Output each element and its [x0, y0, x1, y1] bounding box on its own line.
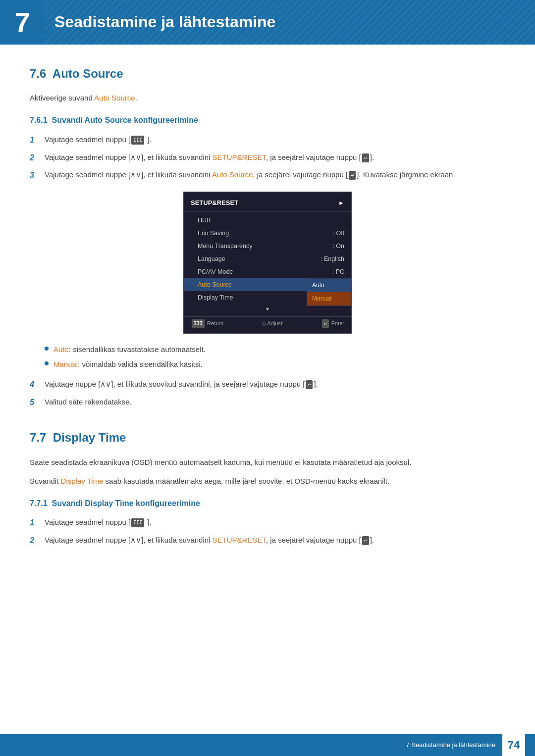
subsection-771-title: 7.7.1 Suvandi Display Time konfigureerim… [30, 497, 505, 510]
osd-row-language: Language : English [184, 252, 351, 265]
bullet-auto: Auto: sisendallikas tuvastatakse automaa… [45, 344, 505, 355]
main-content: 7.6 Auto Source Aktiveerige suvand Auto … [0, 64, 535, 585]
osd-enter-icon: ↩ [322, 319, 329, 328]
enter-icon-2: ↩ [349, 171, 356, 180]
osd-return-icon: III [192, 319, 205, 328]
osd-mockup-container: SETUP&RESET ► HUB Eco Saving : Off Menu … [30, 192, 505, 334]
step-76-4: 4 Vajutage nuppe [∧∨], et liikuda soovit… [30, 378, 505, 391]
auto-source-link-step3: Auto Source [212, 170, 253, 179]
menu-icon: III [131, 136, 144, 145]
steps-list-76: 1 Vajutage seadmel nuppu [III ]. 2 Vajut… [30, 134, 505, 182]
page-footer: 7 Seadistamine ja lähtestamine 74 [0, 734, 535, 756]
section-76: 7.6 Auto Source Aktiveerige suvand Auto … [30, 64, 505, 408]
section-77-intro2: Suvandit Display Time saab kasutada määr… [30, 475, 505, 487]
step-76-1: 1 Vajutage seadmel nuppu [III ]. [30, 134, 505, 147]
chapter-number: 7 [0, 0, 45, 45]
section-77: 7.7 Display Time Saate seadistada ekraan… [30, 428, 505, 547]
osd-row-pcav: PC/AV Mode : PC [184, 265, 351, 278]
osd-submenu: Auto Manual [307, 278, 351, 306]
enter-icon-3: ↩ [306, 380, 313, 389]
step-76-2: 2 Vajutage seadmel nuppe [∧∨], et liikud… [30, 151, 505, 164]
section-76-intro: Aktiveerige suvand Auto Source. [30, 92, 505, 104]
step-77-1: 1 Vajutage seadmel nuppu [III ]. [30, 516, 505, 529]
footer-chapter-ref: 7 Seadistamine ja lähtestamine [406, 740, 495, 751]
step-76-3: 3 Vajutage seadmel nuppe [∧∨], et liikud… [30, 169, 505, 182]
osd-row-hub: HUB [184, 214, 351, 227]
osd-menu: SETUP&RESET ► HUB Eco Saving : Off Menu … [183, 192, 352, 334]
osd-footer: III Return ◇ Adjust ↩ Enter [184, 316, 351, 329]
page-number: 74 [502, 734, 525, 756]
manual-keyword: Manual [54, 360, 78, 368]
section-77-title: 7.7 Display Time [30, 428, 505, 447]
menu-icon-77: III [131, 518, 144, 527]
step-77-2: 2 Vajutage seadmel nuppe [∧∨], et liikud… [30, 534, 505, 547]
bullet-dot-auto [45, 347, 49, 351]
steps-list-77: 1 Vajutage seadmel nuppu [III ]. 2 Vajut… [30, 516, 505, 547]
osd-row-menu-transparency: Menu Transparency : On [184, 240, 351, 252]
chapter-title: Seadistamine ja lähtestamine [54, 9, 275, 35]
section-76-title: 7.6 Auto Source [30, 64, 505, 83]
setup-reset-link-77: SETUP&RESET [213, 536, 266, 544]
subsection-761-title: 7.6.1 Suvandi Auto Source konfigureerimi… [30, 114, 505, 127]
step-76-5: 5 Valitud säte rakendatakse. [30, 396, 505, 409]
display-time-link: Display Time [61, 477, 104, 485]
setup-reset-link-1: SETUP&RESET [213, 153, 266, 161]
osd-row-eco: Eco Saving : Off [184, 227, 351, 240]
section-77-intro1: Saate seadistada ekraanikuva (OSD) menüü… [30, 456, 505, 468]
bullet-list-76: Auto: sisendallikas tuvastatakse automaa… [45, 344, 505, 370]
enter-icon-77: ↩ [362, 536, 369, 545]
bullet-dot-manual [45, 361, 49, 365]
steps-list-76-after: 4 Vajutage nuppe [∧∨], et liikuda soovit… [30, 378, 505, 408]
chapter-header: 7 Seadistamine ja lähtestamine [0, 0, 535, 45]
auto-keyword: Auto [54, 345, 69, 353]
auto-source-link: Auto Source [94, 94, 135, 102]
osd-submenu-auto: Auto [307, 279, 351, 292]
bullet-manual: Manual: võimaldab valida sisendallika kä… [45, 358, 505, 370]
osd-arrow-icon: ► [338, 199, 344, 208]
osd-title: SETUP&RESET ► [184, 196, 351, 212]
enter-icon-1: ↩ [362, 153, 369, 162]
osd-submenu-manual: Manual [307, 292, 351, 305]
